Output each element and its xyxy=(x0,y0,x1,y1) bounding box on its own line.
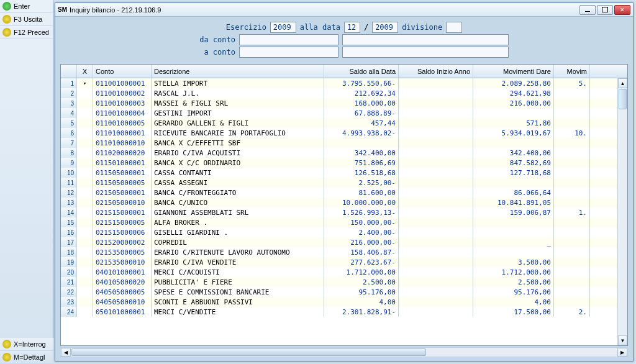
table-row[interactable]: 15021515000005ALFA BROKER .150.000,00- xyxy=(61,217,617,227)
m-dettagl-button[interactable]: M=Dettagl xyxy=(0,351,53,364)
minimize-button[interactable] xyxy=(579,5,596,15)
table-row[interactable]: 8011020000020ERARIO C/IVA ACQUISTI342.40… xyxy=(61,148,617,158)
row-x-cell[interactable] xyxy=(77,88,93,98)
grid-body[interactable]: 1011001000001STELLA IMPORT3.795.550,66-2… xyxy=(61,78,617,345)
table-row[interactable]: 6011010000001RICEVUTE BANCARIE IN PORTAF… xyxy=(61,128,617,138)
row-x-cell[interactable] xyxy=(77,217,93,227)
cell-avere xyxy=(554,98,590,108)
enter-button[interactable]: Enter xyxy=(0,0,53,13)
scroll-up-button[interactable]: ▲ xyxy=(618,78,627,88)
row-x-cell[interactable] xyxy=(77,257,93,267)
table-row[interactable]: 4011001000004GESTINI IMPORT67.888,89- xyxy=(61,108,617,118)
da-conto-desc[interactable] xyxy=(342,34,509,45)
row-x-cell[interactable] xyxy=(77,247,93,257)
table-row[interactable]: 1011001000001STELLA IMPORT3.795.550,66-2… xyxy=(61,78,617,88)
table-row[interactable]: 18021535000005ERARIO C/RITENUTE LAVORO A… xyxy=(61,247,617,257)
row-x-cell[interactable] xyxy=(77,128,93,138)
da-conto-label: da conto xyxy=(179,35,235,44)
close-button[interactable]: ✕ xyxy=(614,5,630,15)
row-number: 4 xyxy=(61,108,77,118)
horizontal-scrollbar[interactable]: ◀ ▶ xyxy=(60,347,628,357)
cell-saldo: 457,44 xyxy=(324,118,399,128)
col-saldo-header[interactable]: Saldo alla Data xyxy=(324,65,399,78)
cell-saldo: 2.301.828,91- xyxy=(324,307,399,317)
table-row[interactable]: 5011001000005GERARDO GALLENI & FIGLI457,… xyxy=(61,118,617,128)
row-x-cell[interactable] xyxy=(77,158,93,168)
hscroll-thumb[interactable] xyxy=(71,348,426,356)
maximize-button[interactable] xyxy=(597,5,613,15)
row-x-cell[interactable] xyxy=(77,198,93,207)
vertical-scrollbar[interactable]: ▲ ▼ xyxy=(617,78,627,345)
divisione-input[interactable] xyxy=(446,22,462,33)
cell-avere xyxy=(554,217,590,227)
table-row[interactable]: 23040505000010SCONTI E ABBUONI PASSIVI4,… xyxy=(61,297,617,307)
f3-uscita-button[interactable]: F3 Uscita xyxy=(0,13,53,26)
cell-dare: 571,80 xyxy=(473,118,554,128)
f12-preced-button[interactable]: F12 Preced xyxy=(0,26,53,39)
row-x-cell[interactable] xyxy=(77,188,93,198)
esercizio-label: Esercizio xyxy=(226,23,266,32)
col-desc-header[interactable]: Descrizione xyxy=(152,65,324,78)
row-x-cell[interactable] xyxy=(77,207,93,217)
cell-conto: 021515000005 xyxy=(93,217,152,227)
year-input[interactable] xyxy=(372,22,398,33)
col-conto-header[interactable]: Conto xyxy=(93,65,152,78)
month-input[interactable] xyxy=(344,22,360,33)
row-x-cell[interactable] xyxy=(77,267,93,277)
table-row[interactable]: 9011501000001BANCA X C/C ORDINARIO751.80… xyxy=(61,158,617,168)
titlebar[interactable]: SM Inquiry bilancio - 212.19.106.9 ✕ xyxy=(55,3,633,17)
table-row[interactable]: 13021505000010BANCA C/UNICO10.000.000,00… xyxy=(61,198,617,207)
scroll-down-button[interactable]: ▼ xyxy=(618,335,627,345)
cell-saldo: 216.000,00- xyxy=(324,237,399,247)
table-row[interactable]: 11011505000005CASSA ASSEGNI2.525,00- xyxy=(61,178,617,188)
scroll-thumb[interactable] xyxy=(619,89,627,109)
row-x-cell[interactable] xyxy=(77,168,93,178)
row-x-cell[interactable] xyxy=(77,178,93,188)
col-x-header[interactable]: X xyxy=(77,65,93,78)
esercizio-input[interactable] xyxy=(270,22,296,33)
da-conto-input[interactable] xyxy=(239,34,338,45)
cell-inizio xyxy=(399,158,473,168)
cell-conto: 021515000001 xyxy=(93,207,152,217)
row-x-cell[interactable] xyxy=(77,287,93,297)
cell-saldo: 3.795.550,66- xyxy=(324,78,399,88)
table-row[interactable]: 10011505000001CASSA CONTANTI126.518,6812… xyxy=(61,168,617,178)
x-interrog-button[interactable]: X=Interrog xyxy=(0,338,53,351)
a-conto-desc[interactable] xyxy=(342,47,509,58)
row-x-cell[interactable] xyxy=(77,118,93,128)
cell-avere xyxy=(554,88,590,98)
scroll-left-button[interactable]: ◀ xyxy=(61,348,71,357)
row-x-cell[interactable] xyxy=(77,237,93,247)
cell-desc: ALFA BROKER . xyxy=(152,217,324,227)
scroll-right-button[interactable]: ▶ xyxy=(617,348,627,357)
cell-saldo: 1.712.000,00 xyxy=(324,267,399,277)
row-x-cell[interactable] xyxy=(77,148,93,158)
table-row[interactable]: 16021515000006GISELLI GIARDINI .2.400,00… xyxy=(61,227,617,237)
row-x-cell[interactable] xyxy=(77,227,93,237)
cell-saldo: 2.400,00- xyxy=(324,227,399,237)
table-row[interactable]: 24050101000001MERCI C/VENDITE2.301.828,9… xyxy=(61,307,617,317)
table-row[interactable]: 22040505000005SPESE E COMMISSIONI BANCAR… xyxy=(61,287,617,297)
table-row[interactable]: 3011001000003MASSEI & FIGLI SRL168.000,0… xyxy=(61,98,617,108)
table-row[interactable]: 2011001000002RASCAL J.L.212.692,34294.62… xyxy=(61,88,617,98)
col-dare-header[interactable]: Movimenti Dare xyxy=(473,65,554,78)
table-row[interactable]: 14021515000001GIANNONI ASSEMBLATI SRL1.5… xyxy=(61,207,617,217)
table-row[interactable]: 19021535000010ERARIO C/IVA VENDITE277.62… xyxy=(61,257,617,267)
table-row[interactable]: 20040101000001MERCI C/ACQUISTI1.712.000,… xyxy=(61,267,617,277)
row-x-cell[interactable] xyxy=(77,98,93,108)
col-inizio-header[interactable]: Saldo Inizio Anno xyxy=(399,65,473,78)
col-avere-header[interactable]: Movim xyxy=(554,65,590,78)
row-x-cell[interactable] xyxy=(77,307,93,317)
row-x-cell[interactable] xyxy=(77,297,93,307)
row-x-cell[interactable] xyxy=(77,78,93,88)
table-row[interactable]: 12021505000001BANCA C/FRONTEGGIATO81.600… xyxy=(61,188,617,198)
table-row[interactable]: 21040105000020PUBBLICITA' E FIERE2.500,0… xyxy=(61,277,617,287)
row-x-cell[interactable] xyxy=(77,108,93,118)
table-row[interactable]: 17021520000002COPREDIL216.000,00-_ xyxy=(61,237,617,247)
table-row[interactable]: 7011010000010BANCA X C/EFFETTI SBF xyxy=(61,138,617,148)
cell-avere: 2. xyxy=(554,307,590,317)
row-x-cell[interactable] xyxy=(77,138,93,148)
a-conto-input[interactable] xyxy=(239,47,338,58)
row-x-cell[interactable] xyxy=(77,277,93,287)
date-separator: / xyxy=(364,23,368,32)
